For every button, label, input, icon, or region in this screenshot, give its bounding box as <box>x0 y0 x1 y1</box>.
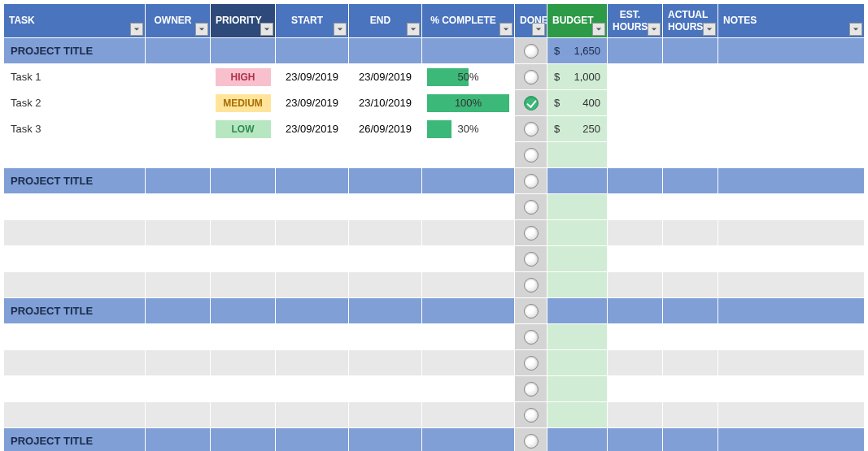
notes-cell[interactable] <box>718 350 865 376</box>
priority-cell[interactable] <box>211 350 276 376</box>
end-cell[interactable]: 23/09/2019 <box>349 64 422 90</box>
filter-icon[interactable] <box>532 23 545 36</box>
est-cell[interactable] <box>608 350 663 376</box>
owner-cell[interactable] <box>146 220 211 246</box>
end-cell[interactable]: 26/09/2019 <box>349 116 422 142</box>
notes-cell[interactable] <box>718 272 865 298</box>
done-radio-icon[interactable] <box>524 382 539 397</box>
filter-icon[interactable] <box>130 23 143 36</box>
pct-cell[interactable] <box>422 376 515 402</box>
priority-chip[interactable]: HIGH <box>216 68 271 86</box>
done-radio-icon[interactable] <box>524 44 539 59</box>
act-cell[interactable] <box>663 90 718 116</box>
notes-cell[interactable] <box>718 194 865 220</box>
start-cell[interactable] <box>276 220 349 246</box>
task-name[interactable] <box>4 350 146 376</box>
budget-cell[interactable] <box>547 142 608 168</box>
priority-chip[interactable]: LOW <box>216 120 271 138</box>
owner-cell[interactable] <box>146 350 211 376</box>
pct-cell[interactable] <box>422 246 515 272</box>
pct-bar[interactable]: 50% <box>427 68 509 86</box>
task-name[interactable] <box>4 246 146 272</box>
notes-cell[interactable] <box>718 142 865 168</box>
notes-cell[interactable] <box>718 116 865 142</box>
task-name[interactable] <box>4 142 146 168</box>
done-radio-icon[interactable] <box>524 252 539 267</box>
col-header-done[interactable]: DONE <box>515 4 547 38</box>
task-name[interactable]: Task 3 <box>4 123 145 135</box>
act-cell[interactable] <box>663 246 718 272</box>
est-cell[interactable] <box>608 272 663 298</box>
pct-cell[interactable] <box>422 194 515 220</box>
col-header-est[interactable]: EST. HOURS <box>608 4 663 38</box>
start-cell[interactable]: 23/09/2019 <box>276 116 349 142</box>
act-cell[interactable] <box>663 376 718 402</box>
est-cell[interactable] <box>608 246 663 272</box>
done-check-icon[interactable] <box>524 96 539 111</box>
pct-cell[interactable] <box>422 142 515 168</box>
priority-cell[interactable] <box>211 142 276 168</box>
pct-bar[interactable]: 30% <box>427 120 509 138</box>
pct-cell[interactable] <box>422 402 515 428</box>
start-cell[interactable] <box>276 350 349 376</box>
task-name[interactable]: Task 1 <box>4 71 145 83</box>
filter-icon[interactable] <box>499 23 513 36</box>
budget-cell[interactable] <box>547 220 608 246</box>
task-name[interactable] <box>4 402 146 428</box>
done-radio-icon[interactable] <box>524 434 539 449</box>
est-cell[interactable] <box>608 142 663 168</box>
notes-cell[interactable] <box>718 376 865 402</box>
task-name[interactable] <box>4 324 146 350</box>
task-name[interactable] <box>4 194 146 220</box>
owner-cell[interactable] <box>146 142 211 168</box>
col-header-budget[interactable]: BUDGET <box>547 4 608 38</box>
budget-cell[interactable]: $250 <box>547 123 607 135</box>
budget-cell[interactable] <box>547 324 608 350</box>
budget-cell[interactable] <box>547 272 608 298</box>
pct-bar[interactable]: 100% <box>427 94 509 112</box>
end-cell[interactable] <box>349 324 422 350</box>
start-cell[interactable] <box>276 376 349 402</box>
owner-cell[interactable] <box>146 402 211 428</box>
owner-cell[interactable] <box>146 90 211 116</box>
start-cell[interactable] <box>276 246 349 272</box>
col-header-notes[interactable]: NOTES <box>718 4 865 38</box>
act-cell[interactable] <box>663 350 718 376</box>
start-cell[interactable] <box>276 142 349 168</box>
est-cell[interactable] <box>608 324 663 350</box>
filter-icon[interactable] <box>260 23 273 36</box>
task-name[interactable] <box>4 376 146 402</box>
task-name[interactable] <box>4 220 146 246</box>
owner-cell[interactable] <box>146 324 211 350</box>
pct-cell[interactable] <box>422 272 515 298</box>
priority-cell[interactable] <box>211 376 276 402</box>
priority-cell[interactable] <box>211 272 276 298</box>
budget-cell[interactable] <box>547 350 608 376</box>
filter-icon[interactable] <box>849 23 862 36</box>
budget-cell[interactable]: $400 <box>547 97 607 109</box>
priority-cell[interactable] <box>211 194 276 220</box>
priority-cell[interactable] <box>211 246 276 272</box>
act-cell[interactable] <box>663 402 718 428</box>
owner-cell[interactable] <box>146 246 211 272</box>
start-cell[interactable] <box>276 272 349 298</box>
pct-cell[interactable] <box>422 220 515 246</box>
end-cell[interactable] <box>349 376 422 402</box>
done-radio-icon[interactable] <box>524 70 539 85</box>
col-header-owner[interactable]: OWNER <box>146 4 211 38</box>
owner-cell[interactable] <box>146 116 211 142</box>
est-cell[interactable] <box>608 220 663 246</box>
start-cell[interactable]: 23/09/2019 <box>276 90 349 116</box>
done-radio-icon[interactable] <box>524 226 539 241</box>
start-cell[interactable] <box>276 324 349 350</box>
col-header-pct[interactable]: % COMPLETE <box>422 4 515 38</box>
filter-icon[interactable] <box>703 23 716 36</box>
task-name[interactable] <box>4 272 146 298</box>
budget-cell[interactable] <box>547 376 608 402</box>
done-radio-icon[interactable] <box>524 408 539 423</box>
act-cell[interactable] <box>663 64 718 90</box>
priority-chip[interactable]: MEDIUM <box>216 94 271 112</box>
done-radio-icon[interactable] <box>524 174 539 189</box>
task-name[interactable]: Task 2 <box>4 97 145 109</box>
act-cell[interactable] <box>663 116 718 142</box>
